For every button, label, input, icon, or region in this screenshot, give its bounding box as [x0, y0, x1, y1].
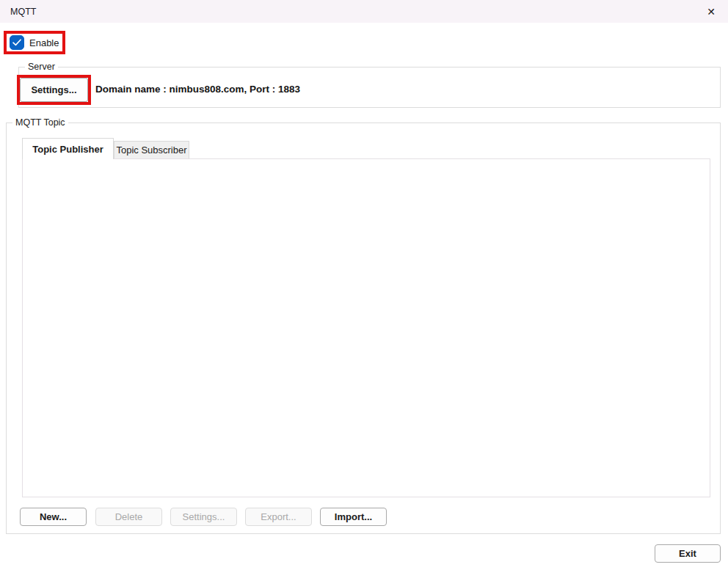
tab-topic-subscriber[interactable]: Topic Subscriber — [114, 141, 189, 158]
mqtt-dialog: MQTT ✕ Enable Server Settings... Domain … — [0, 0, 728, 570]
close-icon: ✕ — [707, 6, 716, 18]
server-settings-button[interactable]: Settings... — [20, 78, 88, 102]
mqtt-topic-group-label: MQTT Topic — [12, 117, 68, 128]
annotation-box-settings: Settings... — [17, 75, 91, 105]
checkmark-icon — [12, 39, 21, 46]
close-button[interactable]: ✕ — [694, 0, 728, 23]
window-title: MQTT — [0, 7, 36, 17]
tab-topic-publisher[interactable]: Topic Publisher — [22, 138, 114, 159]
delete-button[interactable]: Delete — [95, 508, 162, 526]
server-group-label: Server — [25, 62, 58, 73]
tab-panel — [22, 158, 710, 497]
annotation-box-enable: Enable — [4, 31, 65, 54]
new-button[interactable]: New... — [20, 508, 87, 526]
server-info-text: Domain name : nimbus808.com, Port : 1883 — [95, 84, 300, 95]
enable-checkbox-label: Enable — [29, 37, 59, 48]
title-bar[interactable]: MQTT ✕ — [0, 0, 728, 23]
export-button[interactable]: Export... — [245, 508, 312, 526]
exit-button[interactable]: Exit — [655, 544, 721, 563]
topic-settings-button[interactable]: Settings... — [170, 508, 237, 526]
import-button[interactable]: Import... — [320, 508, 387, 526]
enable-checkbox[interactable] — [10, 35, 24, 50]
